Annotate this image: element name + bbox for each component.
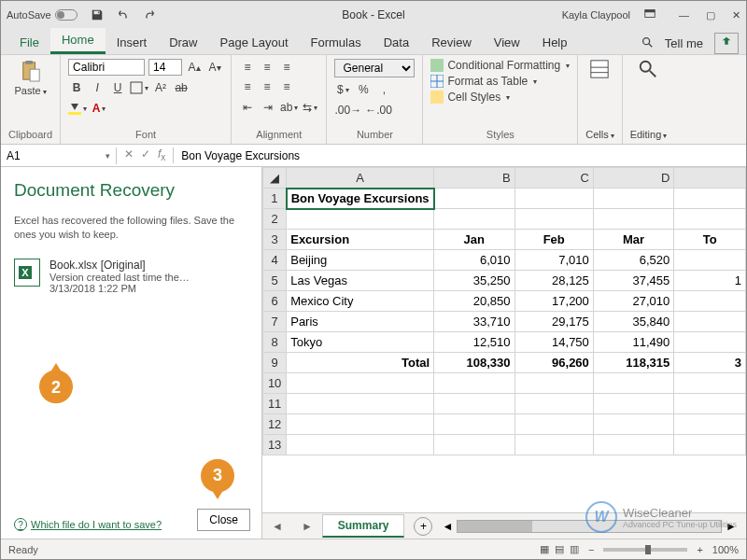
border-icon[interactable] [130, 79, 148, 96]
tab-help[interactable]: Help [531, 31, 579, 54]
search-icon[interactable] [641, 35, 654, 51]
sheet-nav-prev-icon[interactable]: ◄ [262, 520, 292, 533]
close-icon[interactable]: ✕ [732, 9, 740, 21]
page-break-view-icon[interactable]: ▥ [570, 543, 579, 555]
col-header-C[interactable]: C [514, 168, 593, 189]
zoom-out-icon[interactable]: − [588, 544, 594, 555]
tab-insert[interactable]: Insert [106, 31, 159, 54]
row-header[interactable]: 9 [263, 353, 287, 373]
row-header[interactable]: 4 [263, 250, 287, 271]
hdr-extra[interactable]: To [674, 230, 746, 250]
currency-icon[interactable]: $ [334, 81, 351, 98]
cells-icon[interactable] [589, 59, 610, 79]
font-color-icon[interactable]: A [91, 100, 107, 117]
editing-label[interactable]: Editing [630, 129, 668, 140]
col-header-A[interactable]: A [287, 168, 434, 189]
hdr-jan[interactable]: Jan [434, 230, 514, 250]
zoom-in-icon[interactable]: + [697, 544, 702, 555]
col-header-extra[interactable] [674, 168, 746, 189]
row-header[interactable]: 2 [263, 209, 287, 230]
scroll-right-icon[interactable]: ► [726, 520, 737, 533]
row-header[interactable]: 1 [263, 189, 287, 209]
align-top-icon[interactable]: ≡ [239, 59, 256, 76]
row-header[interactable]: 13 [263, 435, 287, 455]
scrollbar-thumb[interactable] [458, 521, 532, 532]
underline-button[interactable]: U [109, 79, 126, 96]
hdr-excursion[interactable]: Excursion [287, 230, 434, 250]
normal-view-icon[interactable]: ▦ [540, 543, 549, 555]
select-all-corner[interactable]: ◢ [263, 168, 287, 189]
cell-A1[interactable]: Bon Voyage Excursions [287, 189, 434, 209]
tab-view[interactable]: View [483, 31, 531, 54]
horizontal-scrollbar[interactable]: ◄ ► [442, 520, 737, 533]
grow-font-icon[interactable]: A▴ [186, 59, 203, 76]
decrease-decimal-icon[interactable]: ←.00 [365, 102, 392, 119]
close-button[interactable]: Close [197, 509, 250, 531]
minimize-icon[interactable]: — [679, 9, 689, 21]
editing-icon[interactable] [638, 59, 658, 79]
tab-file[interactable]: File [8, 31, 50, 54]
total-label[interactable]: Total [287, 353, 434, 373]
scroll-left-icon[interactable]: ◄ [442, 520, 453, 533]
maximize-icon[interactable]: ▢ [706, 9, 715, 21]
hdr-feb[interactable]: Feb [514, 230, 593, 250]
font-name-input[interactable] [68, 59, 145, 76]
share-icon[interactable] [714, 33, 739, 54]
row-header[interactable]: 8 [263, 332, 287, 353]
zoom-level[interactable]: 100% [712, 544, 739, 555]
cancel-formula-icon[interactable]: ✕ [124, 147, 134, 162]
format-as-table-button[interactable]: Format as Table [430, 75, 570, 88]
row-header[interactable]: 10 [263, 373, 287, 394]
tell-me-label[interactable]: Tell me [665, 36, 703, 50]
row-header[interactable]: 6 [263, 291, 287, 312]
comma-icon[interactable]: , [375, 81, 392, 98]
fx-icon[interactable]: fx [158, 147, 165, 162]
bold-button[interactable]: B [68, 79, 85, 96]
recovery-item[interactable]: Book.xlsx [Original] Version created las… [14, 259, 248, 294]
align-middle-icon[interactable]: ≡ [259, 59, 275, 76]
cell[interactable]: Beijing [287, 250, 434, 271]
enter-formula-icon[interactable]: ✓ [141, 147, 150, 162]
sheet-tab-summary[interactable]: Summary [322, 514, 405, 538]
autosave-toggle[interactable]: AutoSave [7, 9, 78, 21]
align-right-icon[interactable]: ≡ [278, 78, 295, 95]
superscript-icon[interactable]: A² [152, 79, 169, 96]
increase-decimal-icon[interactable]: .00→ [334, 102, 361, 119]
shrink-font-icon[interactable]: A▾ [206, 59, 223, 76]
tab-draw[interactable]: Draw [158, 31, 208, 54]
sheet-nav-next-icon[interactable]: ► [292, 520, 322, 533]
tab-formulas[interactable]: Formulas [300, 31, 373, 54]
tab-page-layout[interactable]: Page Layout [209, 31, 300, 54]
row-header[interactable]: 12 [263, 414, 287, 435]
hdr-mar[interactable]: Mar [593, 230, 673, 250]
wrap-merge-icon[interactable]: ⇆ [302, 99, 318, 116]
align-left-icon[interactable]: ≡ [239, 78, 256, 95]
tab-review[interactable]: Review [420, 31, 483, 54]
row-header[interactable]: 5 [263, 271, 287, 291]
italic-button[interactable]: I [89, 79, 106, 96]
paste-button[interactable]: Paste [8, 59, 52, 96]
number-format-select[interactable]: General [334, 59, 415, 77]
save-icon[interactable] [89, 7, 106, 23]
add-sheet-icon[interactable]: + [414, 517, 432, 536]
percent-icon[interactable]: % [355, 81, 372, 98]
formula-input[interactable]: Bon Voyage Excursions [174, 147, 746, 164]
cells-label[interactable]: Cells [585, 129, 613, 140]
undo-icon[interactable] [115, 7, 132, 23]
fill-color-icon[interactable] [68, 100, 87, 117]
col-header-D[interactable]: D [593, 168, 673, 189]
ribbon-display-icon[interactable] [643, 7, 656, 22]
strike-icon[interactable]: ab [173, 79, 190, 96]
tab-home[interactable]: Home [50, 28, 106, 54]
row-header[interactable]: 7 [263, 312, 287, 332]
indent-inc-icon[interactable]: ⇥ [260, 99, 276, 116]
page-layout-view-icon[interactable]: ▤ [555, 543, 564, 555]
tab-data[interactable]: Data [373, 31, 420, 54]
redo-icon[interactable] [141, 7, 158, 23]
indent-dec-icon[interactable]: ⇤ [239, 99, 256, 116]
conditional-formatting-button[interactable]: Conditional Formatting [430, 59, 570, 72]
grid[interactable]: ◢ A B C D 1Bon Voyage Excursions 2 3Excu… [262, 167, 746, 455]
name-box[interactable]: A1▾ [1, 147, 117, 164]
orientation-icon[interactable]: ab [280, 99, 298, 116]
zoom-slider[interactable] [603, 548, 687, 552]
